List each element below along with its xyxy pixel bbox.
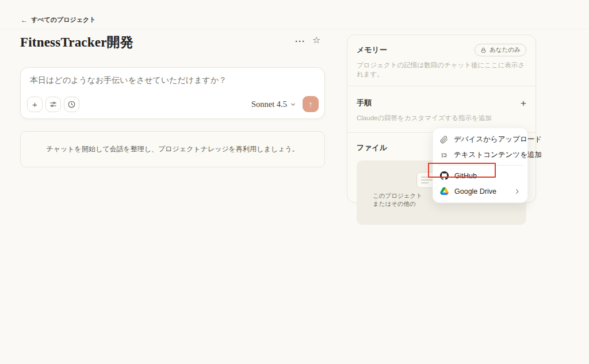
files-empty-text: このプロジェクト またはその他の (373, 191, 422, 208)
model-label: Sonnet 4.5 (251, 99, 287, 109)
star-icon: ☆ (312, 35, 320, 45)
chat-composer: 本日はどのようなお手伝いをさせていただけますか？ + Sonnet 4.5 (20, 67, 325, 119)
star-project-button[interactable]: ☆ (312, 36, 320, 45)
back-to-projects-link[interactable]: ← すべてのプロジェクト (21, 16, 96, 24)
add-files-menu: デバイスからアップロード テキストコンテンツを追加 GitHub (433, 128, 528, 203)
more-options-button[interactable]: ··· (295, 37, 305, 45)
lock-icon (480, 47, 487, 53)
composer-right: Sonnet 4.5 ↑ (251, 96, 319, 112)
google-drive-icon (440, 187, 449, 195)
memory-title: メモリー (357, 45, 387, 55)
menu-item-label: デバイスからアップロード (454, 135, 542, 144)
back-link-label: すべてのプロジェクト (31, 16, 96, 24)
files-empty-line2: またはその他の (373, 200, 422, 208)
paperclip-icon (440, 136, 448, 144)
empty-chat-banner: チャットを開始して会話を整理し、プロジェクトナレッジを再利用しましょう。 (20, 131, 325, 167)
page-title: FitnessTracker開発 (20, 33, 133, 51)
visibility-badge[interactable]: あなたのみ (475, 44, 526, 56)
instructions-description: Claudeの回答をカスタマイズする指示を追加 (357, 113, 526, 122)
memory-section: メモリー あなたのみ プロジェクトの記憶は数回のチャット後にここに表示されます。 (347, 35, 536, 86)
clock-icon (67, 100, 76, 109)
plus-icon: + (521, 98, 526, 109)
menu-item-label: GitHub (454, 172, 477, 180)
menu-divider (438, 165, 523, 166)
menu-item-google-drive[interactable]: Google Drive (433, 183, 527, 199)
files-title: ファイル (357, 143, 387, 153)
history-button[interactable] (64, 97, 79, 112)
text-content-icon (440, 151, 448, 159)
chat-input[interactable]: 本日はどのようなお手伝いをさせていただけますか？ (30, 75, 227, 86)
empty-chat-message: チャットを開始して会話を整理し、プロジェクトナレッジを再利用しましょう。 (46, 144, 299, 154)
send-button[interactable]: ↑ (303, 96, 319, 112)
files-empty-line1: このプロジェクト (373, 191, 422, 200)
visibility-badge-label: あなたのみ (489, 46, 521, 54)
menu-item-add-text-content[interactable]: テキストコンテンツを追加 (433, 147, 527, 163)
instructions-title: 手順 (357, 98, 372, 108)
chevron-down-icon (290, 101, 296, 108)
ellipsis-icon: ··· (295, 36, 305, 46)
header-divider (0, 29, 589, 29)
back-arrow-icon: ← (21, 16, 28, 24)
composer-actions: + (27, 97, 79, 112)
plus-icon: + (32, 99, 37, 109)
menu-item-label: Google Drive (454, 187, 496, 196)
model-selector[interactable]: Sonnet 4.5 (251, 99, 296, 109)
memory-description: プロジェクトの記憶は数回のチャット後にここに表示されます。 (357, 60, 526, 79)
add-instructions-button[interactable]: + (521, 98, 526, 108)
menu-item-upload-from-device[interactable]: デバイスからアップロード (433, 132, 527, 147)
menu-item-github[interactable]: GitHub (433, 168, 527, 183)
tools-button[interactable] (45, 97, 61, 112)
instructions-section: 手順 + Claudeの回答をカスタマイズする指示を追加 (347, 86, 536, 133)
attach-button[interactable]: + (27, 97, 43, 112)
chevron-right-icon (514, 188, 521, 195)
sliders-icon (49, 100, 58, 109)
claude-project-page: ← すべてのプロジェクト FitnessTracker開発 ··· ☆ 本日はど… (0, 0, 589, 364)
menu-item-label: テキストコンテンツを追加 (454, 150, 542, 160)
send-arrow-icon: ↑ (309, 99, 313, 109)
github-icon (440, 171, 449, 180)
